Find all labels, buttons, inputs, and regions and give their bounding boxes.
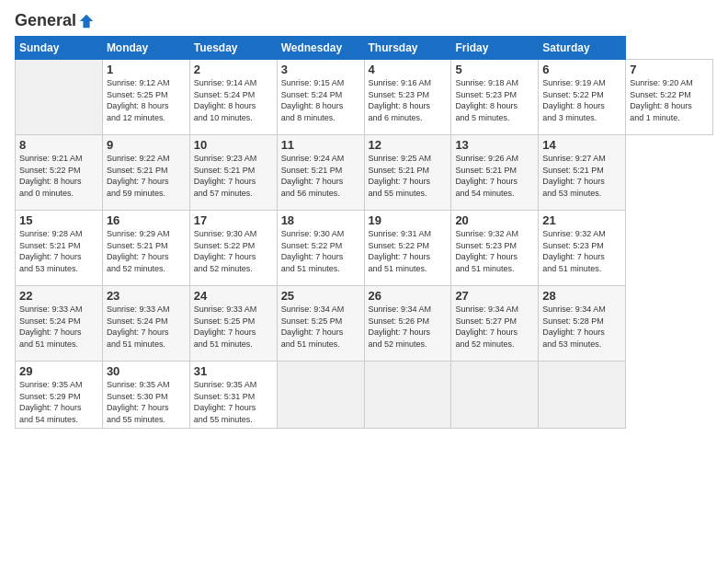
calendar-cell: 3Sunrise: 9:15 AM Sunset: 5:24 PM Daylig… <box>277 60 364 135</box>
calendar-cell: 5Sunrise: 9:18 AM Sunset: 5:23 PM Daylig… <box>451 60 539 135</box>
calendar-cell: 12Sunrise: 9:25 AM Sunset: 5:21 PM Dayli… <box>364 135 451 211</box>
day-number: 3 <box>281 63 360 76</box>
calendar-cell: 18Sunrise: 9:30 AM Sunset: 5:22 PM Dayli… <box>277 211 364 286</box>
column-header-monday: Monday <box>102 37 189 60</box>
day-number: 5 <box>455 63 534 76</box>
day-number: 29 <box>19 364 98 378</box>
calendar-cell: 31Sunrise: 9:35 AM Sunset: 5:31 PM Dayli… <box>189 362 277 429</box>
day-number: 20 <box>455 213 534 227</box>
header: General <box>15 11 713 29</box>
day-number: 19 <box>369 213 448 227</box>
calendar-cell: 14Sunrise: 9:27 AM Sunset: 5:21 PM Dayli… <box>539 135 626 211</box>
day-info: Sunrise: 9:14 AM Sunset: 5:24 PM Dayligh… <box>194 77 273 123</box>
day-info: Sunrise: 9:34 AM Sunset: 5:25 PM Dayligh… <box>281 304 360 350</box>
day-number: 13 <box>455 138 534 152</box>
day-number: 26 <box>369 289 448 303</box>
calendar-cell: 16Sunrise: 9:29 AM Sunset: 5:21 PM Dayli… <box>102 211 189 286</box>
calendar-cell: 8Sunrise: 9:21 AM Sunset: 5:22 PM Daylig… <box>16 135 103 211</box>
calendar-cell: 24Sunrise: 9:33 AM Sunset: 5:25 PM Dayli… <box>189 286 277 362</box>
calendar-cell: 11Sunrise: 9:24 AM Sunset: 5:21 PM Dayli… <box>277 135 364 211</box>
calendar: SundayMondayTuesdayWednesdayThursdayFrid… <box>15 36 713 429</box>
day-info: Sunrise: 9:23 AM Sunset: 5:21 PM Dayligh… <box>194 153 273 199</box>
day-info: Sunrise: 9:21 AM Sunset: 5:22 PM Dayligh… <box>19 153 98 199</box>
calendar-cell: 17Sunrise: 9:30 AM Sunset: 5:22 PM Dayli… <box>189 211 277 286</box>
logo: General <box>15 11 95 29</box>
calendar-cell: 25Sunrise: 9:34 AM Sunset: 5:25 PM Dayli… <box>277 286 364 362</box>
day-number: 25 <box>281 289 360 303</box>
column-header-tuesday: Tuesday <box>189 37 277 60</box>
day-info: Sunrise: 9:20 AM Sunset: 5:22 PM Dayligh… <box>630 77 709 123</box>
week-row-1: 1Sunrise: 9:12 AM Sunset: 5:25 PM Daylig… <box>16 60 713 135</box>
day-info: Sunrise: 9:22 AM Sunset: 5:21 PM Dayligh… <box>107 153 186 199</box>
day-number: 30 <box>107 364 186 378</box>
day-info: Sunrise: 9:33 AM Sunset: 5:24 PM Dayligh… <box>19 304 98 350</box>
calendar-cell <box>277 362 364 429</box>
day-number: 9 <box>107 138 186 152</box>
day-number: 23 <box>107 289 186 303</box>
day-number: 1 <box>107 63 186 76</box>
day-number: 31 <box>194 364 273 378</box>
calendar-cell: 13Sunrise: 9:26 AM Sunset: 5:21 PM Dayli… <box>451 135 539 211</box>
column-header-thursday: Thursday <box>364 37 451 60</box>
day-number: 2 <box>194 63 273 76</box>
calendar-cell <box>539 362 626 429</box>
day-number: 7 <box>630 63 709 76</box>
logo-icon <box>78 13 95 29</box>
day-number: 24 <box>194 289 273 303</box>
day-number: 16 <box>107 213 186 227</box>
calendar-cell: 20Sunrise: 9:32 AM Sunset: 5:23 PM Dayli… <box>451 211 539 286</box>
week-row-5: 29Sunrise: 9:35 AM Sunset: 5:29 PM Dayli… <box>16 362 713 429</box>
day-number: 15 <box>19 213 98 227</box>
day-info: Sunrise: 9:34 AM Sunset: 5:26 PM Dayligh… <box>369 304 448 350</box>
calendar-cell: 19Sunrise: 9:31 AM Sunset: 5:22 PM Dayli… <box>364 211 451 286</box>
day-info: Sunrise: 9:32 AM Sunset: 5:23 PM Dayligh… <box>542 228 621 274</box>
calendar-cell: 28Sunrise: 9:34 AM Sunset: 5:28 PM Dayli… <box>539 286 626 362</box>
day-info: Sunrise: 9:27 AM Sunset: 5:21 PM Dayligh… <box>542 153 621 199</box>
week-row-3: 15Sunrise: 9:28 AM Sunset: 5:21 PM Dayli… <box>16 211 713 286</box>
column-header-sunday: Sunday <box>16 37 103 60</box>
calendar-cell: 15Sunrise: 9:28 AM Sunset: 5:21 PM Dayli… <box>16 211 103 286</box>
day-info: Sunrise: 9:35 AM Sunset: 5:29 PM Dayligh… <box>19 379 98 425</box>
calendar-cell: 2Sunrise: 9:14 AM Sunset: 5:24 PM Daylig… <box>189 60 277 135</box>
day-info: Sunrise: 9:30 AM Sunset: 5:22 PM Dayligh… <box>281 228 360 274</box>
calendar-cell <box>16 60 103 135</box>
page: General SundayMondayTuesdayWednesdayThur… <box>0 0 728 563</box>
day-number: 27 <box>455 289 534 303</box>
calendar-cell <box>451 362 539 429</box>
calendar-cell: 30Sunrise: 9:35 AM Sunset: 5:30 PM Dayli… <box>102 362 189 429</box>
calendar-cell: 21Sunrise: 9:32 AM Sunset: 5:23 PM Dayli… <box>539 211 626 286</box>
day-number: 18 <box>281 213 360 227</box>
calendar-cell: 1Sunrise: 9:12 AM Sunset: 5:25 PM Daylig… <box>102 60 189 135</box>
week-row-2: 8Sunrise: 9:21 AM Sunset: 5:22 PM Daylig… <box>16 135 713 211</box>
day-number: 22 <box>19 289 98 303</box>
day-number: 21 <box>542 213 621 227</box>
day-info: Sunrise: 9:28 AM Sunset: 5:21 PM Dayligh… <box>19 228 98 274</box>
calendar-cell: 4Sunrise: 9:16 AM Sunset: 5:23 PM Daylig… <box>364 60 451 135</box>
day-info: Sunrise: 9:33 AM Sunset: 5:25 PM Dayligh… <box>194 304 273 350</box>
day-info: Sunrise: 9:32 AM Sunset: 5:23 PM Dayligh… <box>455 228 534 274</box>
calendar-cell: 27Sunrise: 9:34 AM Sunset: 5:27 PM Dayli… <box>451 286 539 362</box>
week-row-4: 22Sunrise: 9:33 AM Sunset: 5:24 PM Dayli… <box>16 286 713 362</box>
day-info: Sunrise: 9:18 AM Sunset: 5:23 PM Dayligh… <box>455 77 534 123</box>
day-number: 4 <box>369 63 448 76</box>
day-info: Sunrise: 9:35 AM Sunset: 5:30 PM Dayligh… <box>107 379 186 425</box>
calendar-cell: 7Sunrise: 9:20 AM Sunset: 5:22 PM Daylig… <box>626 60 713 135</box>
calendar-cell: 23Sunrise: 9:33 AM Sunset: 5:24 PM Dayli… <box>102 286 189 362</box>
calendar-cell <box>364 362 451 429</box>
calendar-header-row: SundayMondayTuesdayWednesdayThursdayFrid… <box>16 37 713 60</box>
calendar-cell: 29Sunrise: 9:35 AM Sunset: 5:29 PM Dayli… <box>16 362 103 429</box>
day-info: Sunrise: 9:33 AM Sunset: 5:24 PM Dayligh… <box>107 304 186 350</box>
day-info: Sunrise: 9:25 AM Sunset: 5:21 PM Dayligh… <box>369 153 448 199</box>
day-number: 6 <box>542 63 621 76</box>
day-info: Sunrise: 9:34 AM Sunset: 5:27 PM Dayligh… <box>455 304 534 350</box>
svg-marker-0 <box>80 14 93 27</box>
day-info: Sunrise: 9:35 AM Sunset: 5:31 PM Dayligh… <box>194 379 273 425</box>
day-info: Sunrise: 9:24 AM Sunset: 5:21 PM Dayligh… <box>281 153 360 199</box>
day-number: 10 <box>194 138 273 152</box>
calendar-cell: 26Sunrise: 9:34 AM Sunset: 5:26 PM Dayli… <box>364 286 451 362</box>
day-info: Sunrise: 9:12 AM Sunset: 5:25 PM Dayligh… <box>107 77 186 123</box>
day-number: 8 <box>19 138 98 152</box>
day-info: Sunrise: 9:26 AM Sunset: 5:21 PM Dayligh… <box>455 153 534 199</box>
calendar-cell: 22Sunrise: 9:33 AM Sunset: 5:24 PM Dayli… <box>16 286 103 362</box>
day-number: 14 <box>542 138 621 152</box>
